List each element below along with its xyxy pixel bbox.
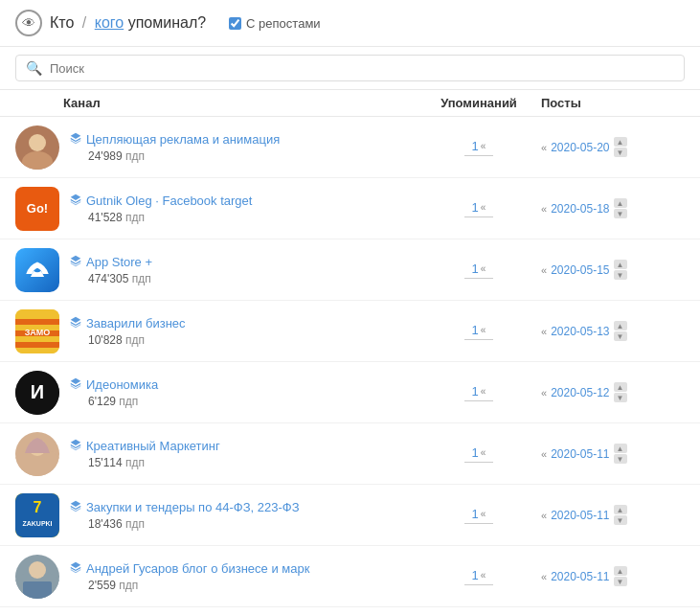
posts-cell: «2020-05-15 ▲ ▼ (541, 260, 685, 280)
title-slash: / (82, 14, 91, 31)
posts-date[interactable]: 2020-05-11 (551, 509, 609, 522)
col-header-mentions: Упоминаний (417, 96, 541, 110)
channel-name-link[interactable]: Gutnik Oleg · Facebook target (86, 194, 252, 208)
table-row: Go! Gutnik Oleg · Facebook target41'528 … (0, 178, 700, 239)
mention-count[interactable]: 1« (472, 384, 486, 399)
channel-name-link[interactable]: Андрей Гусаров блог о бизнесе и марк (86, 561, 309, 576)
layers-icon (69, 376, 82, 393)
avatar: ЗАМО (15, 309, 59, 353)
header: 👁 Кто / кого упоминал? С репостами (0, 0, 700, 47)
channel-name-link[interactable]: App Store + (86, 255, 152, 269)
avatar: И (15, 371, 59, 415)
posts-date[interactable]: 2020-05-11 (551, 570, 609, 583)
posts-quote-icon: « (541, 203, 547, 215)
repost-filter[interactable]: С репостами (229, 16, 320, 31)
date-down-button[interactable]: ▼ (614, 577, 627, 586)
date-spinner[interactable]: ▲ ▼ (614, 321, 627, 341)
channel-name-link[interactable]: Креативный Маркетинг (86, 439, 220, 453)
channel-info: Креативный Маркетинг15'114 пдп (69, 438, 220, 469)
channel-info: Андрей Гусаров блог о бизнесе и марк2'55… (69, 560, 309, 592)
channel-cell: 7 ZAKUPKI Закупки и тендеры по 44-ФЗ, 22… (15, 493, 417, 537)
date-up-button[interactable]: ▲ (614, 505, 627, 514)
posts-date[interactable]: 2020-05-18 (551, 202, 609, 216)
date-up-button[interactable]: ▲ (614, 566, 627, 576)
header-title: Кто / кого упоминал? (50, 14, 206, 32)
mention-number: 1 (472, 200, 479, 215)
posts-date[interactable]: 2020-05-11 (551, 447, 609, 461)
mention-count[interactable]: 1« (472, 568, 486, 582)
channel-subscribers: 41'528 пдп (69, 211, 252, 224)
mention-count[interactable]: 1« (472, 507, 486, 521)
avatar: 7 ZAKUPKI (15, 493, 59, 537)
posts-cell: «2020-05-12 ▲ ▼ (541, 382, 685, 402)
mention-count[interactable]: 1« (472, 262, 486, 276)
date-down-button[interactable]: ▼ (614, 331, 627, 341)
search-icon: 🔍 (26, 60, 42, 76)
posts-date[interactable]: 2020-05-13 (551, 325, 609, 338)
date-down-button[interactable]: ▼ (614, 393, 627, 402)
posts-date[interactable]: 2020-05-12 (551, 386, 609, 399)
mention-cell: 1« (417, 200, 541, 217)
date-spinner[interactable]: ▲ ▼ (614, 260, 627, 280)
title-mention: упоминал? (128, 14, 206, 31)
posts-date[interactable]: 2020-05-15 (551, 263, 609, 277)
repost-label: С репостами (246, 16, 320, 31)
table-row: И Идеономика6'129 пдп1««2020-05-12 ▲ ▼ (0, 362, 700, 423)
mention-number: 1 (472, 507, 479, 521)
date-up-button[interactable]: ▲ (614, 382, 627, 392)
mention-divider (464, 339, 493, 340)
date-up-button[interactable]: ▲ (614, 198, 627, 208)
date-spinner[interactable]: ▲ ▼ (614, 444, 627, 464)
channel-name-row: Gutnik Oleg · Facebook target (69, 193, 252, 209)
date-spinner[interactable]: ▲ ▼ (614, 198, 627, 218)
date-spinner[interactable]: ▲ ▼ (614, 382, 627, 402)
mention-count[interactable]: 1« (472, 323, 486, 337)
channel-name-link[interactable]: Заварили бизнес (86, 316, 186, 330)
mention-divider (464, 216, 493, 217)
date-spinner[interactable]: ▲ ▼ (614, 566, 627, 586)
mention-count[interactable]: 1« (472, 139, 486, 153)
date-up-button[interactable]: ▲ (614, 321, 627, 330)
repost-checkbox[interactable] (229, 17, 241, 30)
channel-name-link[interactable]: Идеономика (86, 377, 158, 392)
mention-count[interactable]: 1« (472, 445, 486, 460)
quote-icon: « (481, 570, 486, 581)
date-spinner[interactable]: ▲ ▼ (614, 505, 627, 525)
date-spinner[interactable]: ▲ ▼ (614, 137, 627, 157)
mention-cell: 1« (417, 139, 541, 156)
quote-icon: « (481, 263, 486, 274)
mention-number: 1 (472, 568, 479, 582)
mention-number: 1 (472, 384, 479, 399)
date-down-button[interactable]: ▼ (614, 454, 627, 464)
mention-cell: 1« (417, 262, 541, 279)
posts-date[interactable]: 2020-05-20 (551, 141, 609, 154)
date-up-button[interactable]: ▲ (614, 137, 627, 147)
date-down-button[interactable]: ▼ (614, 209, 627, 218)
channel-name-link[interactable]: Цепляющая реклама и анимация (86, 132, 280, 147)
table-row: 7 ZAKUPKI Закупки и тендеры по 44-ФЗ, 22… (0, 485, 700, 546)
date-down-button[interactable]: ▼ (614, 148, 627, 157)
svg-rect-3 (15, 319, 59, 325)
date-up-button[interactable]: ▲ (614, 260, 627, 269)
channel-name-row: Закупки и тендеры по 44-ФЗ, 223-ФЗ (69, 499, 300, 515)
layers-icon (69, 499, 82, 515)
date-up-button[interactable]: ▲ (614, 444, 627, 453)
posts-cell: «2020-05-18 ▲ ▼ (541, 198, 685, 218)
title-whom-link[interactable]: кого (95, 14, 124, 31)
col-header-channel: Канал (15, 96, 417, 110)
svg-text:ZAKUPKI: ZAKUPKI (22, 520, 52, 527)
date-down-button[interactable]: ▼ (614, 515, 627, 525)
channel-cell: Цепляющая реклама и анимация24'989 пдп (15, 125, 417, 170)
channel-info: Цепляющая реклама и анимация24'989 пдп (69, 131, 280, 163)
channel-name-link[interactable]: Закупки и тендеры по 44-ФЗ, 223-ФЗ (86, 500, 300, 514)
layers-icon (69, 560, 82, 577)
col-header-posts: Посты (541, 96, 685, 110)
mention-count[interactable]: 1« (472, 200, 486, 215)
channel-subscribers: 6'129 пдп (69, 395, 158, 408)
channel-cell: App Store +474'305 пдп (15, 248, 417, 292)
date-down-button[interactable]: ▼ (614, 270, 627, 280)
channel-subscribers: 10'828 пдп (69, 333, 186, 347)
search-input[interactable] (50, 61, 241, 76)
mention-number: 1 (472, 262, 479, 276)
channel-cell: ЗАМО Заварили бизнес10'828 пдп (15, 309, 417, 353)
